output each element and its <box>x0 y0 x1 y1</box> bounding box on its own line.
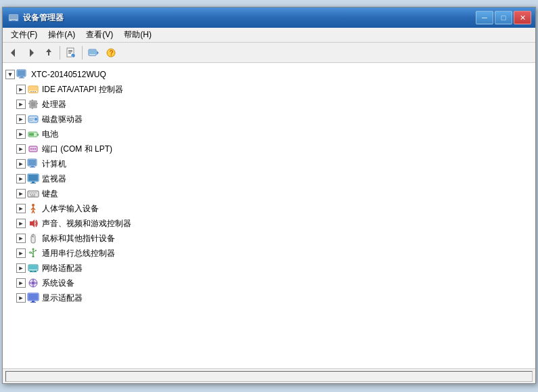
menu-help[interactable]: 帮助(H) <box>118 28 157 42</box>
port-expand-btn[interactable]: ► <box>16 144 26 154</box>
svg-rect-29 <box>28 103 30 104</box>
device-tree-content[interactable]: ▼ XTC-20140512WUQ ► <box>3 63 535 368</box>
cpu-expand-btn[interactable]: ► <box>16 100 26 109</box>
up-button[interactable] <box>41 45 57 61</box>
properties-button[interactable]: i <box>63 45 79 61</box>
svg-rect-51 <box>30 183 36 183</box>
sysdev-label: 系统设备 <box>42 278 74 289</box>
battery-expand-btn[interactable]: ► <box>16 129 26 139</box>
keyboard-expand-btn[interactable]: ► <box>16 189 26 198</box>
sound-expand-btn[interactable]: ► <box>16 219 26 228</box>
menu-view[interactable]: 查看(V) <box>81 28 118 42</box>
monitor-icon <box>27 173 39 185</box>
svg-marker-3 <box>11 49 15 57</box>
svg-rect-86 <box>29 282 31 284</box>
svg-rect-32 <box>32 108 33 109</box>
svg-rect-8 <box>68 50 72 51</box>
window-controls: ─ □ ✕ <box>476 11 531 24</box>
ide-expand-btn[interactable]: ► <box>16 85 26 94</box>
svg-marker-6 <box>46 49 51 52</box>
svg-rect-21 <box>19 78 24 79</box>
status-bar <box>3 368 535 383</box>
tree-item-mouse[interactable]: ► 鼠标和其他指针设备 <box>3 231 535 246</box>
battery-icon <box>27 128 39 140</box>
tree-item-usb[interactable]: ► 通用串行总线控制器 <box>3 246 535 261</box>
restore-button[interactable]: □ <box>495 11 512 24</box>
svg-rect-30 <box>37 103 38 104</box>
svg-rect-25 <box>32 91 34 92</box>
tree-item-hid[interactable]: ► 人体学输入设备 <box>3 201 535 216</box>
svg-rect-2 <box>12 20 16 21</box>
tree-item-port[interactable]: ► 端口 (COM 和 LPT) <box>3 141 535 156</box>
tree-item-computer[interactable]: ► 计算机 <box>3 156 535 171</box>
tree-item-battery[interactable]: ► 电池 <box>3 127 535 141</box>
disk-expand-btn[interactable]: ► <box>16 114 26 124</box>
keyboard-icon <box>27 188 39 200</box>
tree-root-item[interactable]: ▼ XTC-20140512WUQ <box>3 67 535 82</box>
tree-item-display[interactable]: ► 显示适配器 <box>3 290 535 305</box>
menu-bar: 文件(F) 操作(A) 查看(V) 帮助(H) <box>3 28 535 43</box>
tree-item-keyboard[interactable]: ► 键盘 <box>3 186 535 201</box>
sound-label: 声音、视频和游戏控制器 <box>42 218 131 230</box>
ide-icon <box>27 83 39 95</box>
mouse-label: 鼠标和其他指针设备 <box>42 233 115 244</box>
network-expand-btn[interactable]: ► <box>16 263 26 273</box>
svg-point-70 <box>32 248 35 251</box>
minimize-button[interactable]: ─ <box>476 11 493 24</box>
display-expand-btn[interactable]: ► <box>16 293 26 303</box>
back-icon <box>8 47 19 58</box>
display-label: 显示适配器 <box>42 292 83 304</box>
disk-icon <box>27 113 39 125</box>
svg-rect-59 <box>34 194 35 196</box>
svg-rect-60 <box>30 196 35 197</box>
svg-rect-35 <box>29 118 34 119</box>
svg-rect-90 <box>32 301 35 302</box>
forward-button[interactable] <box>23 45 39 61</box>
svg-rect-85 <box>32 285 34 287</box>
tree-item-disk[interactable]: ► 磁盘驱动器 <box>3 112 535 127</box>
tree-item-monitor[interactable]: ► 监视器 <box>3 171 535 186</box>
device-manager-window: 设备管理器 ─ □ ✕ 文件(F) 操作(A) 查看(V) 帮助(H) <box>2 7 536 384</box>
svg-point-43 <box>35 148 36 150</box>
sysdev-expand-btn[interactable]: ► <box>16 278 26 288</box>
network-icon <box>27 262 39 274</box>
menu-action[interactable]: 操作(A) <box>43 28 81 42</box>
tree-item-network[interactable]: ► 网络适配器 <box>3 261 535 276</box>
svg-rect-31 <box>32 100 33 101</box>
root-expand-btn[interactable]: ▼ <box>5 70 15 79</box>
ide-label: IDE ATA/ATAPI 控制器 <box>42 84 123 95</box>
up-icon <box>43 47 54 58</box>
menu-file[interactable]: 文件(F) <box>5 28 43 42</box>
tree-item-ide[interactable]: ► IDE ATA/ATAPI 控制器 <box>3 82 535 97</box>
tree-item-cpu[interactable]: ► 处理器 <box>3 97 535 112</box>
mouse-icon <box>27 232 39 244</box>
hid-label: 人体学输入设备 <box>42 203 99 215</box>
status-panel <box>5 371 533 382</box>
forward-icon <box>26 47 37 58</box>
svg-text:i: i <box>72 53 73 58</box>
svg-rect-20 <box>20 77 23 78</box>
close-button[interactable]: ✕ <box>514 11 531 24</box>
svg-rect-56 <box>35 192 37 194</box>
tree-item-sound[interactable]: ► 声音、视频和游戏控制器 <box>3 216 535 231</box>
svg-rect-36 <box>29 120 32 121</box>
monitor-expand-btn[interactable]: ► <box>16 174 26 183</box>
port-icon <box>27 143 39 155</box>
svg-rect-14 <box>89 50 95 54</box>
scan-button[interactable] <box>85 45 102 61</box>
svg-rect-49 <box>28 175 38 181</box>
usb-expand-btn[interactable]: ► <box>16 248 26 258</box>
svg-rect-54 <box>31 192 32 194</box>
hid-expand-btn[interactable]: ► <box>16 204 26 213</box>
title-bar: 设备管理器 ─ □ ✕ <box>3 7 535 28</box>
computer-expand-btn[interactable]: ► <box>16 159 26 169</box>
svg-rect-50 <box>32 181 35 183</box>
svg-point-83 <box>32 282 35 285</box>
svg-rect-19 <box>18 70 25 76</box>
svg-rect-47 <box>30 167 35 168</box>
mouse-expand-btn[interactable]: ► <box>16 234 26 243</box>
title-bar-left: 设备管理器 <box>8 12 64 24</box>
help-button[interactable]: ? <box>103 45 119 61</box>
back-button[interactable] <box>5 45 22 61</box>
tree-item-sysdev[interactable]: ► 系统设备 <box>3 276 535 290</box>
